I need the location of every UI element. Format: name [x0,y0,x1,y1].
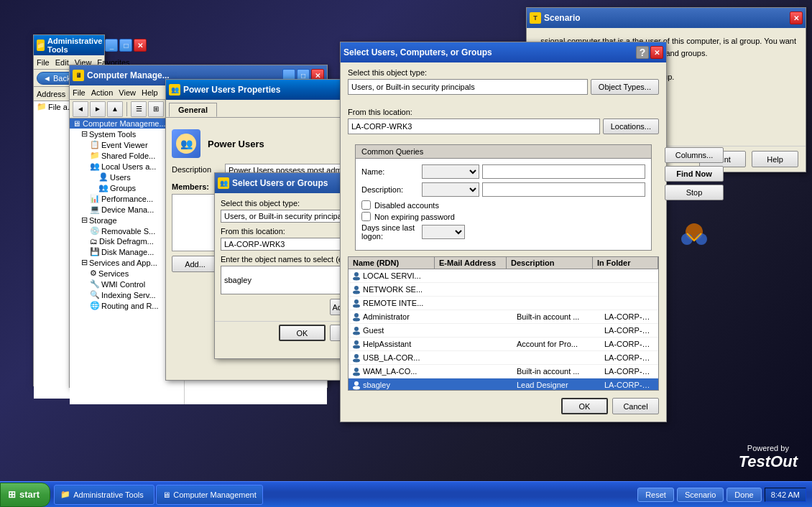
result-row-admin[interactable]: Administrator Built-in account ... LA-CO… [349,310,658,324]
comp-menu-view[interactable]: View [119,88,136,97]
scenario-close-btn[interactable]: ✕ [790,11,803,24]
svg-point-14 [354,327,359,331]
select-ucg-dialog: Select Users, Computers, or Groups ? ✕ S… [340,42,667,422]
comp-mgmt-title: Computer Manage... [87,70,170,80]
tree-disk-icon: 💾 [90,247,100,256]
done-btn[interactable]: Done [726,488,761,502]
wam-desc: Built-in account ... [517,367,603,376]
ucg-location-row: Locations... [348,118,659,134]
tree-svc-label: Services and App... [89,259,157,267]
ucg-help-btn[interactable]: ? [636,46,649,59]
result-row-network-svc[interactable]: NETWORK SE... [349,283,658,297]
admin-maximize-btn[interactable]: □ [119,39,132,52]
ucg-location-input[interactable] [348,118,600,134]
ucg-object-types-btn[interactable]: Object Types... [591,79,659,95]
tree-routing-icon: 🌐 [90,301,100,310]
group-icon-inner: 👥 [176,134,196,154]
admin-close-btn[interactable]: ✕ [134,39,147,52]
sbagley-name: sbagley [363,381,442,389]
ucg-logo-area [665,218,724,255]
tree-local-icon: 👥 [90,162,100,171]
scenario-title: Scenario [544,13,581,23]
tree-users-icon: 👤 [98,172,109,182]
taskbar-item-admin[interactable]: 📁 Administrative Tools [54,485,154,505]
local-svc-name: LOCAL SERVI... [363,271,442,280]
ucg-columns-btn[interactable]: Columns... [665,147,724,163]
admin-tools-titlebar[interactable]: 📁 Administrative Tools _ □ ✕ [34,35,104,55]
menu-file[interactable]: File [37,58,50,67]
scenario-help-btn[interactable]: Help [752,151,798,167]
ucg-nonexpiring-checkbox[interactable] [361,212,371,221]
ucg-name-input[interactable] [482,164,645,179]
usb-icon [351,353,361,363]
result-row-local-svc[interactable]: LOCAL SERVI... [349,269,658,283]
ucg-days-select[interactable] [422,225,465,239]
tb-view1[interactable]: ☰ [131,101,147,117]
tree-users-label: Users [110,173,131,182]
svg-point-21 [353,373,360,376]
result-row-guest[interactable]: Guest LA-CORP-WRK3 [349,324,658,338]
scenario-controls: ✕ [790,11,803,24]
taskbar-comp-icon: 🖥 [162,490,170,499]
tree-index-label: Indexing Serv... [101,291,156,299]
ucg-object-type-input[interactable] [348,79,588,95]
desktop: 📁 Administrative Tools _ □ ✕ File Edit V… [0,0,812,507]
tb-view2[interactable]: ⊞ [148,101,164,117]
tb-back[interactable]: ◄ [73,101,88,117]
result-row-wam[interactable]: WAM_LA-CO... Built-in account ... LA-COR… [349,365,658,378]
ug-ok-btn[interactable]: OK [279,325,326,341]
wam-folder: LA-CORP-WRK3 [604,367,655,376]
select-ug-title: Select Users or Groups [232,178,328,188]
scenario-btn[interactable]: Scenario [677,488,724,502]
ucg-locations-btn[interactable]: Locations... [603,118,659,134]
add-member-btn[interactable]: Add... [172,256,218,272]
result-row-help[interactable]: HelpAssistant Account for Pro... LA-CORP… [349,338,658,351]
svg-point-20 [354,368,359,372]
tree-storage-icon: ⊟ [81,215,88,225]
admin-minimize-btn[interactable]: _ [105,39,118,52]
select-ucg-titlebar[interactable]: Select Users, Computers, or Groups ? ✕ [341,42,666,62]
tb-up[interactable]: ▲ [107,101,123,117]
ucg-find-now-btn[interactable]: Find Now [665,166,724,182]
addr-label: Address [37,90,65,98]
ucg-ok-btn[interactable]: OK [561,398,608,414]
ucg-desc-input[interactable] [482,182,645,197]
comp-menu-help[interactable]: Help [142,88,158,97]
svg-point-6 [354,272,359,276]
result-row-sbagley[interactable]: sbagley Lead Designer LA-CORP-WRK3 [349,378,658,391]
result-row-remote[interactable]: REMOTE INTE... [349,297,658,310]
taskbar-time: 8:42 AM [765,488,806,502]
tab-general[interactable]: General [169,103,217,117]
remote-icon [351,298,361,308]
ucg-ok-cancel: OK Cancel [341,394,666,419]
start-icon: ⊞ [8,489,16,500]
taskbar-item-comp-mgmt[interactable]: 🖥 Computer Management [156,485,263,505]
tb-forward[interactable]: ► [90,101,106,117]
ucg-desc-select[interactable] [422,182,479,197]
tree-groups-label: Groups [110,184,136,192]
ucg-disabled-checkbox[interactable] [361,200,371,210]
admin-tools-title: Administrative Tools [47,37,102,54]
tree-perf-label: Performance... [101,195,153,203]
svg-point-9 [353,291,360,294]
ucg-name-select[interactable] [422,164,479,179]
ucg-name-label: Name: [361,167,419,176]
select-ucg-title: Select Users, Computers, or Groups [343,47,492,57]
taskbar: ⊞ start 📁 Administrative Tools 🖥 Compute… [0,481,812,507]
result-row-usb[interactable]: USB_LA-COR... LA-CORP-WRK3 [349,351,658,365]
tree-event-icon: 📋 [90,140,100,149]
start-label: start [19,489,40,500]
ucg-cancel-btn[interactable]: Cancel [612,398,659,414]
start-button[interactable]: ⊞ start [0,483,50,507]
menu-edit[interactable]: Edit [55,58,69,67]
tree-device-label: Device Mana... [101,205,154,214]
scenario-titlebar[interactable]: T Scenario ✕ [527,8,806,28]
testout-logo: TestOut [739,452,798,471]
ucg-close-btn[interactable]: ✕ [650,46,663,59]
comp-menu-file[interactable]: File [73,88,86,97]
comp-menu-action[interactable]: Action [91,88,114,97]
reset-btn[interactable]: Reset [637,488,674,502]
tree-disk-label: Disk Manage... [101,248,154,256]
svg-point-7 [353,277,360,281]
ucg-stop-btn[interactable]: Stop [665,185,724,200]
